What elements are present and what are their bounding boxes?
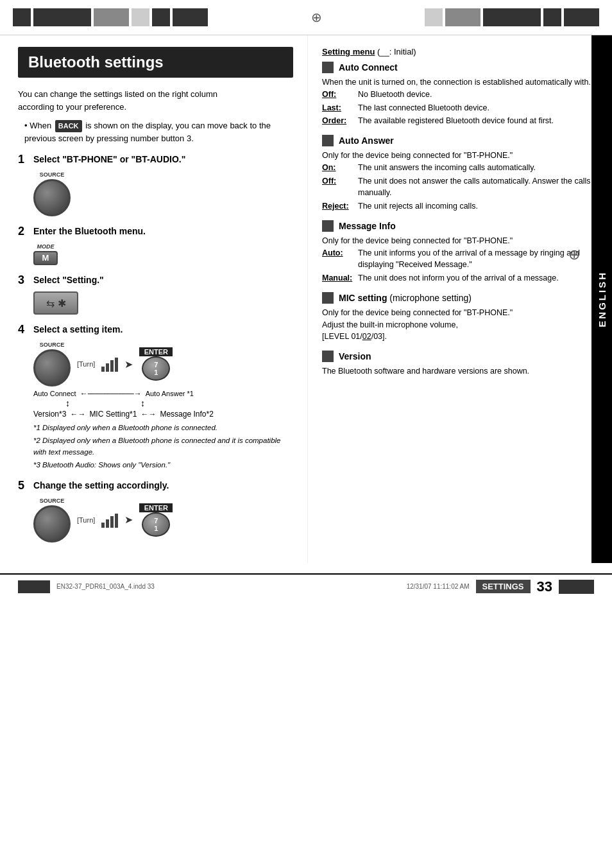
menu-diagram-row1: Auto Connect ←——————→ Auto Answer *1 — [33, 389, 293, 398]
auto-connect-title: Auto Connect — [339, 62, 398, 73]
step5-bar-3 — [110, 516, 114, 528]
strip-rect-1 — [13, 8, 31, 26]
step-5-knob-group: SOURCE — [33, 498, 71, 542]
setting-menu-label: Setting menu — [322, 47, 375, 56]
strip-left — [13, 8, 208, 26]
left-column: Bluetooth settings You can change the se… — [0, 35, 308, 563]
step-1-num: 1 — [18, 153, 30, 166]
note-3: *3 Bluetooth Audio: Shows only "Version.… — [33, 460, 293, 471]
step-5-source-label: SOURCE — [33, 498, 71, 504]
step5-bar-1 — [101, 523, 105, 528]
bottom-strip-left — [18, 580, 50, 593]
strip-rect-2 — [33, 8, 91, 26]
step-3-title: Select "Setting." — [33, 274, 104, 286]
notes: *1 Displayed only when a Bluetooth phone… — [33, 422, 293, 471]
menu-col-2: Auto Answer *1 — [146, 390, 194, 397]
strip-rect-5 — [152, 8, 170, 26]
section-version-header: Version — [322, 351, 600, 362]
message-info-opt-0: Auto: The unit informs you of the arriva… — [322, 247, 600, 272]
step-5: 5 Change the setting accordingly. SOURCE… — [18, 480, 293, 542]
step-2: 2 Enter the Bluetooth menu. MODE M — [18, 225, 293, 265]
setting-icon-right: ✱ — [58, 297, 66, 309]
auto-connect-body: When the unit is turned on, the connecti… — [322, 76, 600, 127]
step-2-mode-btn[interactable]: M — [33, 251, 58, 265]
step-5-enter-badge: ENTER — [139, 503, 173, 512]
section-block-1 — [322, 62, 334, 73]
step-1-knob[interactable] — [33, 179, 71, 216]
compass-icon: ⊕ — [311, 10, 322, 25]
step-2-graphic: MODE M — [33, 243, 293, 265]
strip-rect-r1 — [425, 8, 443, 26]
step5-bar-2 — [106, 519, 109, 528]
menu-diagram: Auto Connect ←——————→ Auto Answer *1 ↕ ↕… — [33, 389, 293, 419]
section-auto-answer-header: Auto Answer — [322, 135, 600, 146]
section-message-info-header: Message Info — [322, 220, 600, 232]
section-mic-setting: MIC setting (microphone setting) Only fo… — [322, 292, 600, 343]
step-4-source-label: SOURCE — [33, 342, 71, 348]
step-1-source-label: SOURCE — [33, 171, 71, 178]
step-5-arrow: ➤ — [124, 514, 133, 526]
step-1-title: Select "BT-PHONE" or "BT-AUDIO." — [33, 153, 185, 165]
step5-bar-4 — [115, 514, 118, 528]
menu-message-info: Message Info*2 — [160, 410, 213, 419]
step-5-header: 5 Change the setting accordingly. — [18, 480, 293, 492]
section-auto-connect: Auto Connect When the unit is turned on,… — [322, 62, 600, 127]
main-content: Bluetooth settings You can change the se… — [0, 35, 612, 563]
footer-left: EN32-37_PDR61_003A_4.indd 33 — [56, 583, 155, 590]
menu-mic-setting: MIC Setting*1 — [89, 410, 137, 419]
step-4-knob[interactable] — [33, 349, 71, 386]
mic-setting-body: Only for the device being connected for … — [322, 307, 600, 343]
message-info-title: Message Info — [339, 221, 396, 231]
step-5-num: 5 — [18, 480, 30, 492]
strip-rect-r5 — [564, 8, 599, 26]
step-2-mode-label: MODE — [33, 243, 58, 250]
step-4-enter-badge: ENTER — [139, 347, 173, 356]
mic-setting-title: MIC setting (microphone setting) — [339, 293, 472, 303]
step-4-enter-btn[interactable]: 71 — [142, 356, 170, 381]
step-4-graphic: SOURCE [Turn] ➤ ENTER 71 — [33, 342, 293, 386]
menu-arrow-h-3: ←→ — [140, 410, 156, 419]
auto-connect-opt-1: Last: The last connected Bluetooth devic… — [322, 102, 600, 114]
menu-auto-answer: Auto Answer *1 — [146, 390, 194, 397]
auto-answer-opt-0: On: The unit answers the incoming calls … — [322, 162, 600, 174]
bottom-strip-right — [559, 580, 594, 594]
step-1-header: 1 Select "BT-PHONE" or "BT-AUDIO." — [18, 153, 293, 166]
auto-answer-title: Auto Answer — [339, 135, 394, 146]
step-5-enter-btn[interactable]: 71 — [142, 512, 170, 537]
strip-rect-r2 — [445, 8, 480, 26]
step-1-graphic: SOURCE — [33, 171, 293, 216]
step-4-num: 4 — [18, 324, 30, 336]
strip-rect-6 — [173, 8, 208, 26]
setting-menu-title: Setting menu (__: Initial) — [322, 47, 600, 56]
step-1-knob-group: SOURCE — [33, 171, 71, 216]
menu-version: Version*3 — [33, 410, 66, 419]
step-5-knob[interactable] — [33, 505, 71, 542]
step-3: 3 Select "Setting." ⇆ ✱ — [18, 274, 293, 315]
step-2-mode-group: MODE M — [33, 243, 58, 265]
step-2-header: 2 Enter the Bluetooth menu. — [18, 225, 293, 238]
section-auto-answer: Auto Answer Only for the device being co… — [322, 135, 600, 213]
menu-down-arrow-2: ↕ — [140, 398, 145, 408]
section-mic-setting-header: MIC setting (microphone setting) — [322, 292, 600, 304]
step-3-setting-btn[interactable]: ⇆ ✱ — [33, 291, 78, 315]
strip-rect-3 — [94, 8, 129, 26]
page-number: 33 — [537, 578, 552, 595]
auto-answer-opt-1: Off: The unit does not answer the calls … — [322, 175, 600, 200]
step-3-num: 3 — [18, 274, 30, 287]
bottom-right-group: 12/31/07 11:11:02 AM SETTINGS 33 — [407, 578, 594, 595]
menu-arrow-h-1: ←——————→ — [80, 389, 142, 398]
menu-arrow-h-2: ←→ — [70, 410, 85, 419]
step-4-knob-group: SOURCE — [33, 342, 71, 386]
step-5-graphic: SOURCE [Turn] ➤ ENTER 71 — [33, 498, 293, 542]
auto-answer-opt-2: Reject: The unit rejects all incoming ca… — [322, 200, 600, 213]
menu-col-1: Auto Connect — [33, 390, 76, 397]
section-block-3 — [322, 220, 334, 232]
section-auto-connect-header: Auto Connect — [322, 62, 600, 73]
bar-3 — [110, 360, 114, 372]
english-sidebar: ENGLISH — [591, 35, 612, 563]
step-4: 4 Select a setting item. SOURCE [Turn] ➤ — [18, 324, 293, 471]
version-body: The Bluetooth software and hardware vers… — [322, 365, 600, 378]
top-strip: ⊕ — [0, 0, 612, 35]
auto-answer-body: Only for the device being connected for … — [322, 150, 600, 213]
setting-menu-initial: (__: Initial) — [377, 47, 416, 56]
